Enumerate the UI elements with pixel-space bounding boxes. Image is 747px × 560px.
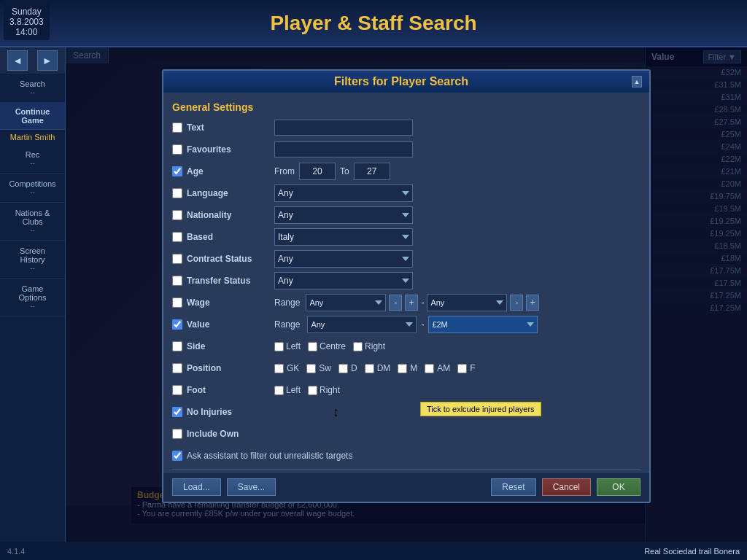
nationality-select[interactable]: Any: [274, 206, 413, 224]
pos-am-checkbox[interactable]: [425, 364, 434, 373]
text-input[interactable]: [274, 120, 413, 136]
news-ticker: Real Sociedad trail Bonera: [644, 547, 740, 556]
cancel-button[interactable]: Cancel: [542, 478, 591, 496]
pos-dm-checkbox[interactable]: [365, 364, 374, 373]
foot-left-checkbox[interactable]: [274, 386, 284, 395]
manager-name: Martin Smith: [0, 130, 65, 144]
wage-minus-button[interactable]: -: [389, 295, 402, 311]
age-filter-row: Age From To: [172, 163, 640, 180]
no-injuries-checkbox[interactable]: [172, 407, 182, 417]
transfer-status-checkbox[interactable]: [172, 276, 182, 286]
value-range: Range Any - £2M Any: [274, 316, 538, 333]
footer-right-buttons: Reset Cancel OK: [491, 478, 640, 496]
side-checkbox[interactable]: [172, 341, 182, 351]
pos-m[interactable]: M: [398, 363, 417, 373]
side-left-checkbox[interactable]: [274, 342, 284, 351]
pos-d-checkbox[interactable]: [338, 364, 348, 373]
sidebar-item-search[interactable]: Search --: [0, 74, 65, 103]
language-label: Language: [187, 188, 274, 198]
based-label: Based: [187, 232, 274, 242]
load-button[interactable]: Load...: [172, 478, 221, 496]
pos-dm[interactable]: DM: [365, 363, 391, 373]
sidebar-item-rec[interactable]: Rec --: [0, 144, 65, 174]
sidebar-item-game-options[interactable]: Game Options --: [0, 279, 65, 316]
wage-to-minus-button[interactable]: -: [510, 295, 523, 311]
modal-scroll-up-button[interactable]: ▲: [632, 76, 642, 88]
value-label: Value: [187, 319, 274, 330]
include-own-checkbox[interactable]: [172, 429, 182, 439]
save-button[interactable]: Save...: [227, 478, 276, 496]
language-checkbox[interactable]: [172, 188, 182, 198]
age-label: Age: [187, 166, 274, 176]
age-to-input[interactable]: [354, 163, 390, 180]
nationality-label: Nationality: [187, 210, 274, 220]
footer-left-buttons: Load... Save...: [172, 478, 276, 496]
side-centre-item[interactable]: Centre: [308, 341, 346, 351]
value-to-select[interactable]: £2M Any: [428, 316, 538, 333]
sidebar-item-screen-history[interactable]: Screen History --: [0, 241, 65, 279]
based-checkbox[interactable]: [172, 232, 182, 242]
foot-left-item[interactable]: Left: [274, 385, 301, 395]
ok-button[interactable]: OK: [597, 478, 640, 496]
nav-forward-button[interactable]: ►: [37, 50, 58, 71]
value-filter-row: Value Range Any - £2M Any: [172, 316, 640, 333]
text-checkbox[interactable]: [172, 122, 182, 133]
position-checkbox[interactable]: [172, 363, 182, 373]
sidebar-item-competitions[interactable]: Competitions --: [0, 174, 65, 203]
no-injuries-filter-row: No Injuries ↕ Tick to exlcude injured pl…: [172, 403, 640, 421]
nav-back-button[interactable]: ◄: [7, 50, 28, 71]
favourites-checkbox[interactable]: [172, 144, 182, 155]
sidebar-nav: ◄ ►: [0, 47, 65, 74]
pos-d[interactable]: D: [338, 363, 357, 373]
sidebar-item-nations-clubs[interactable]: Nations & Clubs --: [0, 203, 65, 241]
side-label: Side: [187, 341, 274, 351]
wage-from-select[interactable]: Any: [306, 294, 386, 311]
pos-f-checkbox[interactable]: [457, 364, 467, 373]
wage-to-plus-button[interactable]: +: [526, 295, 539, 311]
ask-assistant-checkbox[interactable]: [172, 451, 182, 461]
search-label: Search: [4, 79, 61, 88]
foot-right-item[interactable]: Right: [308, 385, 340, 395]
pos-m-checkbox[interactable]: [398, 364, 407, 373]
side-left-item[interactable]: Left: [274, 341, 301, 351]
contract-status-select[interactable]: Any: [274, 250, 413, 268]
continue-game-button[interactable]: Continue Game: [0, 103, 65, 130]
transfer-status-select[interactable]: Any: [274, 272, 413, 289]
wage-to-select[interactable]: Any: [427, 294, 507, 311]
pos-gk-checkbox[interactable]: [274, 364, 284, 373]
filter-modal: Filters for Player Search ▲ General Sett…: [162, 69, 651, 503]
position-checks: GK Sw D DM M AM F: [274, 363, 476, 373]
age-checkbox[interactable]: [172, 166, 182, 176]
favourites-input[interactable]: [274, 141, 413, 158]
side-filter-row: Side Left Centre: [172, 338, 640, 355]
side-centre-checkbox[interactable]: [308, 342, 317, 351]
position-filter-row: Position GK Sw D DM M AM F: [172, 359, 640, 377]
age-from-input[interactable]: [299, 163, 336, 180]
pos-sw-checkbox[interactable]: [306, 364, 316, 373]
version-label: 4.1.4: [7, 547, 25, 556]
pos-gk[interactable]: GK: [274, 363, 299, 373]
based-select[interactable]: Italy Any: [274, 228, 413, 246]
value-checkbox[interactable]: [172, 319, 182, 330]
foot-right-label: Right: [320, 385, 340, 395]
language-select[interactable]: Any: [274, 184, 413, 202]
section-divider: [172, 469, 640, 470]
contract-status-checkbox[interactable]: [172, 254, 182, 264]
pos-am[interactable]: AM: [425, 363, 450, 373]
no-injuries-label: No Injuries: [187, 407, 274, 417]
range-label-value: Range: [274, 319, 300, 330]
wage-checkbox[interactable]: [172, 298, 182, 308]
text-label: Text: [187, 122, 274, 133]
nationality-checkbox[interactable]: [172, 210, 182, 220]
wage-plus-button[interactable]: +: [405, 295, 418, 311]
main-content: Search Value Filter ▼ £32M£31.5M£31M£28.…: [66, 47, 747, 542]
pos-f[interactable]: F: [457, 363, 475, 373]
based-filter-row: Based Italy Any: [172, 228, 640, 246]
foot-checkbox[interactable]: [172, 385, 182, 395]
foot-right-checkbox[interactable]: [308, 386, 317, 395]
side-right-item[interactable]: Right: [353, 341, 385, 351]
reset-button[interactable]: Reset: [491, 478, 535, 496]
pos-sw[interactable]: Sw: [306, 363, 331, 373]
side-right-checkbox[interactable]: [353, 342, 363, 351]
value-from-select[interactable]: Any: [307, 316, 417, 333]
